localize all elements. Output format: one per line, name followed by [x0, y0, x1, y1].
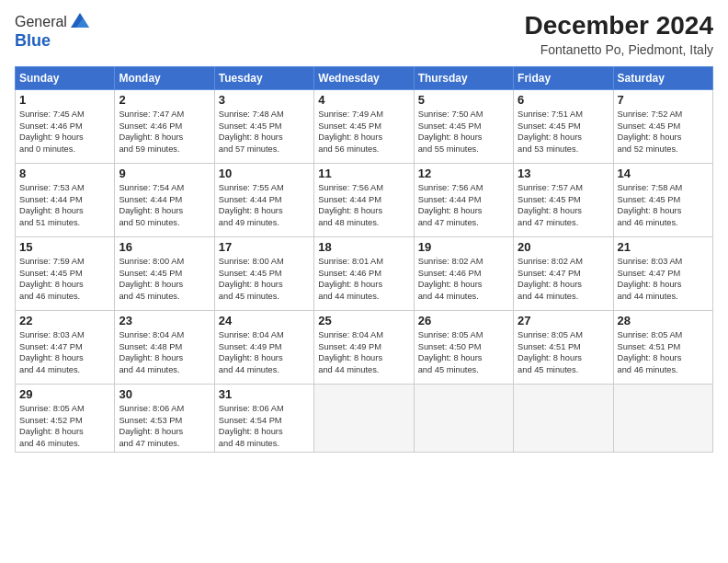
cell-text: Sunrise: 8:05 AMSunset: 4:51 PMDaylight:… [618, 329, 709, 375]
header-row: SundayMondayTuesdayWednesdayThursdayFrid… [16, 67, 713, 90]
cell-text: Sunrise: 8:05 AMSunset: 4:52 PMDaylight:… [19, 403, 110, 449]
day-number: 14 [618, 167, 709, 180]
day-cell: 31Sunrise: 8:06 AMSunset: 4:54 PMDayligh… [214, 385, 313, 453]
cell-text: Sunrise: 8:01 AMSunset: 4:46 PMDaylight:… [318, 256, 409, 302]
day-cell: 28Sunrise: 8:05 AMSunset: 4:51 PMDayligh… [613, 311, 712, 385]
week-row-3: 15Sunrise: 7:59 AMSunset: 4:45 PMDayligh… [16, 237, 713, 311]
cell-text: Sunrise: 8:03 AMSunset: 4:47 PMDaylight:… [618, 256, 709, 302]
day-cell: 1Sunrise: 7:45 AMSunset: 4:46 PMDaylight… [16, 90, 115, 164]
day-number: 9 [119, 167, 210, 180]
day-cell: 21Sunrise: 8:03 AMSunset: 4:47 PMDayligh… [613, 237, 712, 311]
day-number: 10 [219, 167, 310, 180]
day-cell: 7Sunrise: 7:52 AMSunset: 4:45 PMDaylight… [613, 90, 712, 164]
cell-text: Sunrise: 7:56 AMSunset: 4:44 PMDaylight:… [418, 182, 509, 228]
header: General Blue December 2024 Fontanetto Po… [15, 11, 713, 57]
cell-text: Sunrise: 8:00 AMSunset: 4:45 PMDaylight:… [119, 256, 210, 302]
day-cell: 5Sunrise: 7:50 AMSunset: 4:45 PMDaylight… [414, 90, 513, 164]
cell-text: Sunrise: 8:02 AMSunset: 4:47 PMDaylight:… [518, 256, 609, 302]
cell-text: Sunrise: 7:54 AMSunset: 4:44 PMDaylight:… [119, 182, 210, 228]
cell-text: Sunrise: 8:04 AMSunset: 4:49 PMDaylight:… [219, 329, 310, 375]
day-number: 27 [518, 314, 609, 327]
day-number: 5 [418, 93, 509, 107]
day-cell: 22Sunrise: 8:03 AMSunset: 4:47 PMDayligh… [16, 311, 115, 385]
day-number: 22 [19, 314, 110, 327]
day-cell [314, 385, 414, 453]
day-cell: 16Sunrise: 8:00 AMSunset: 4:45 PMDayligh… [115, 237, 214, 311]
day-cell: 26Sunrise: 8:05 AMSunset: 4:50 PMDayligh… [414, 311, 513, 385]
logo: General Blue [15, 11, 91, 51]
page-container: General Blue December 2024 Fontanetto Po… [0, 0, 728, 460]
col-header-friday: Friday [514, 67, 613, 90]
day-number: 25 [318, 314, 409, 327]
cell-text: Sunrise: 7:52 AMSunset: 4:45 PMDaylight:… [618, 109, 709, 155]
day-cell: 19Sunrise: 8:02 AMSunset: 4:46 PMDayligh… [414, 237, 513, 311]
cell-text: Sunrise: 8:00 AMSunset: 4:45 PMDaylight:… [219, 256, 310, 302]
day-cell: 15Sunrise: 7:59 AMSunset: 4:45 PMDayligh… [16, 237, 115, 311]
cell-text: Sunrise: 7:55 AMSunset: 4:44 PMDaylight:… [219, 182, 310, 228]
day-cell: 14Sunrise: 7:58 AMSunset: 4:45 PMDayligh… [613, 164, 712, 237]
day-number: 6 [518, 93, 609, 107]
day-number: 26 [418, 314, 509, 327]
day-cell: 18Sunrise: 8:01 AMSunset: 4:46 PMDayligh… [314, 237, 414, 311]
col-header-monday: Monday [115, 67, 214, 90]
cell-text: Sunrise: 7:57 AMSunset: 4:45 PMDaylight:… [518, 182, 609, 228]
day-cell: 12Sunrise: 7:56 AMSunset: 4:44 PMDayligh… [414, 164, 513, 237]
col-header-saturday: Saturday [613, 67, 712, 90]
week-row-2: 8Sunrise: 7:53 AMSunset: 4:44 PMDaylight… [16, 164, 713, 237]
day-number: 23 [119, 314, 210, 327]
day-cell [613, 385, 712, 453]
cell-text: Sunrise: 7:51 AMSunset: 4:45 PMDaylight:… [518, 109, 609, 155]
day-number: 3 [219, 93, 310, 107]
cell-text: Sunrise: 8:02 AMSunset: 4:46 PMDaylight:… [418, 256, 509, 302]
cell-text: Sunrise: 7:47 AMSunset: 4:46 PMDaylight:… [119, 109, 210, 155]
cell-text: Sunrise: 7:53 AMSunset: 4:44 PMDaylight:… [19, 182, 110, 228]
day-cell: 17Sunrise: 8:00 AMSunset: 4:45 PMDayligh… [214, 237, 313, 311]
day-cell: 25Sunrise: 8:04 AMSunset: 4:49 PMDayligh… [314, 311, 414, 385]
day-cell: 2Sunrise: 7:47 AMSunset: 4:46 PMDaylight… [115, 90, 214, 164]
day-cell [514, 385, 613, 453]
day-number: 1 [19, 93, 110, 107]
col-header-thursday: Thursday [414, 67, 513, 90]
day-number: 15 [19, 240, 110, 254]
day-number: 19 [418, 240, 509, 254]
logo-icon [69, 11, 91, 33]
week-row-4: 22Sunrise: 8:03 AMSunset: 4:47 PMDayligh… [16, 311, 713, 385]
day-number: 13 [518, 167, 609, 180]
day-cell [414, 385, 513, 453]
cell-text: Sunrise: 7:50 AMSunset: 4:45 PMDaylight:… [418, 109, 509, 155]
day-cell: 4Sunrise: 7:49 AMSunset: 4:45 PMDaylight… [314, 90, 414, 164]
day-cell: 27Sunrise: 8:05 AMSunset: 4:51 PMDayligh… [514, 311, 613, 385]
cell-text: Sunrise: 7:48 AMSunset: 4:45 PMDaylight:… [219, 109, 310, 155]
cell-text: Sunrise: 7:56 AMSunset: 4:44 PMDaylight:… [318, 182, 409, 228]
cell-text: Sunrise: 8:04 AMSunset: 4:48 PMDaylight:… [119, 329, 210, 375]
day-cell: 10Sunrise: 7:55 AMSunset: 4:44 PMDayligh… [214, 164, 313, 237]
day-number: 20 [518, 240, 609, 254]
day-number: 16 [119, 240, 210, 254]
day-cell: 29Sunrise: 8:05 AMSunset: 4:52 PMDayligh… [16, 385, 115, 453]
col-header-tuesday: Tuesday [214, 67, 313, 90]
day-cell: 8Sunrise: 7:53 AMSunset: 4:44 PMDaylight… [16, 164, 115, 237]
day-cell: 20Sunrise: 8:02 AMSunset: 4:47 PMDayligh… [514, 237, 613, 311]
day-cell: 13Sunrise: 7:57 AMSunset: 4:45 PMDayligh… [514, 164, 613, 237]
day-cell: 3Sunrise: 7:48 AMSunset: 4:45 PMDaylight… [214, 90, 313, 164]
day-number: 2 [119, 93, 210, 107]
day-cell: 11Sunrise: 7:56 AMSunset: 4:44 PMDayligh… [314, 164, 414, 237]
cell-text: Sunrise: 8:06 AMSunset: 4:54 PMDaylight:… [219, 403, 310, 449]
title-block: December 2024 Fontanetto Po, Piedmont, I… [525, 11, 713, 57]
location: Fontanetto Po, Piedmont, Italy [525, 42, 713, 57]
day-number: 30 [119, 387, 210, 401]
cell-text: Sunrise: 8:03 AMSunset: 4:47 PMDaylight:… [19, 329, 110, 375]
cell-text: Sunrise: 8:04 AMSunset: 4:49 PMDaylight:… [318, 329, 409, 375]
cell-text: Sunrise: 7:45 AMSunset: 4:46 PMDaylight:… [19, 109, 110, 155]
day-number: 17 [219, 240, 310, 254]
col-header-wednesday: Wednesday [314, 67, 414, 90]
day-number: 11 [318, 167, 409, 180]
week-row-5: 29Sunrise: 8:05 AMSunset: 4:52 PMDayligh… [16, 385, 713, 453]
day-number: 4 [318, 93, 409, 107]
day-number: 24 [219, 314, 310, 327]
day-cell: 24Sunrise: 8:04 AMSunset: 4:49 PMDayligh… [214, 311, 313, 385]
cell-text: Sunrise: 8:05 AMSunset: 4:50 PMDaylight:… [418, 329, 509, 375]
cell-text: Sunrise: 8:06 AMSunset: 4:53 PMDaylight:… [119, 403, 210, 449]
day-number: 31 [219, 387, 310, 401]
cell-text: Sunrise: 7:58 AMSunset: 4:45 PMDaylight:… [618, 182, 709, 228]
